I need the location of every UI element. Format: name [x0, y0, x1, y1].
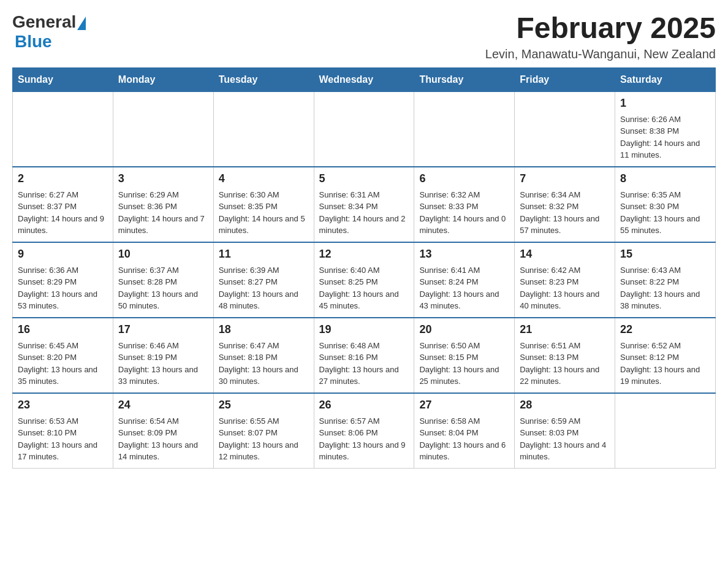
calendar-day-cell — [314, 91, 414, 167]
page-header: General Blue February 2025 Levin, Manawa… — [12, 12, 716, 61]
calendar-day-cell: 10Sunrise: 6:37 AM Sunset: 8:28 PM Dayli… — [113, 242, 213, 318]
calendar-day-cell: 28Sunrise: 6:59 AM Sunset: 8:03 PM Dayli… — [515, 393, 615, 469]
calendar-day-cell: 27Sunrise: 6:58 AM Sunset: 8:04 PM Dayli… — [414, 393, 515, 469]
day-number: 24 — [118, 399, 208, 412]
calendar-day-cell: 14Sunrise: 6:42 AM Sunset: 8:23 PM Dayli… — [515, 242, 615, 318]
day-info: Sunrise: 6:53 AM Sunset: 8:10 PM Dayligh… — [18, 415, 108, 463]
day-info: Sunrise: 6:51 AM Sunset: 8:13 PM Dayligh… — [520, 340, 610, 388]
calendar-day-cell: 21Sunrise: 6:51 AM Sunset: 8:13 PM Dayli… — [515, 318, 615, 393]
day-number: 9 — [18, 248, 108, 261]
calendar-day-cell: 20Sunrise: 6:50 AM Sunset: 8:15 PM Dayli… — [414, 318, 515, 393]
calendar-day-cell: 9Sunrise: 6:36 AM Sunset: 8:29 PM Daylig… — [13, 242, 113, 318]
calendar-day-cell: 1Sunrise: 6:26 AM Sunset: 8:38 PM Daylig… — [615, 91, 716, 167]
calendar-day-cell: 25Sunrise: 6:55 AM Sunset: 8:07 PM Dayli… — [213, 393, 314, 469]
day-number: 22 — [620, 323, 710, 336]
calendar-day-cell: 22Sunrise: 6:52 AM Sunset: 8:12 PM Dayli… — [615, 318, 716, 393]
day-info: Sunrise: 6:26 AM Sunset: 8:38 PM Dayligh… — [620, 113, 710, 161]
day-of-week-header: Saturday — [615, 67, 716, 91]
day-info: Sunrise: 6:59 AM Sunset: 8:03 PM Dayligh… — [520, 415, 610, 463]
day-number: 13 — [419, 248, 509, 261]
calendar-day-cell — [414, 91, 515, 167]
logo: General Blue — [12, 12, 86, 52]
day-number: 27 — [419, 399, 509, 412]
calendar-day-cell — [515, 91, 615, 167]
day-of-week-header: Thursday — [414, 67, 515, 91]
day-number: 18 — [219, 323, 309, 336]
day-info: Sunrise: 6:42 AM Sunset: 8:23 PM Dayligh… — [520, 264, 610, 312]
day-number: 6 — [419, 172, 509, 185]
logo-blue-text: Blue — [15, 32, 52, 52]
day-number: 20 — [419, 323, 509, 336]
day-info: Sunrise: 6:50 AM Sunset: 8:15 PM Dayligh… — [419, 340, 509, 388]
day-number: 5 — [319, 172, 409, 185]
day-info: Sunrise: 6:45 AM Sunset: 8:20 PM Dayligh… — [18, 340, 108, 388]
day-number: 1 — [620, 97, 710, 110]
day-number: 8 — [620, 172, 710, 185]
calendar-day-cell — [213, 91, 314, 167]
calendar-day-cell: 13Sunrise: 6:41 AM Sunset: 8:24 PM Dayli… — [414, 242, 515, 318]
calendar-day-cell — [13, 91, 113, 167]
day-info: Sunrise: 6:31 AM Sunset: 8:34 PM Dayligh… — [319, 189, 409, 237]
day-info: Sunrise: 6:47 AM Sunset: 8:18 PM Dayligh… — [219, 340, 309, 388]
calendar-day-cell: 11Sunrise: 6:39 AM Sunset: 8:27 PM Dayli… — [213, 242, 314, 318]
location-subtitle: Levin, Manawatu-Wanganui, New Zealand — [485, 47, 716, 61]
day-info: Sunrise: 6:46 AM Sunset: 8:19 PM Dayligh… — [118, 340, 208, 388]
day-info: Sunrise: 6:27 AM Sunset: 8:37 PM Dayligh… — [18, 189, 108, 237]
calendar-day-cell: 15Sunrise: 6:43 AM Sunset: 8:22 PM Dayli… — [615, 242, 716, 318]
day-info: Sunrise: 6:29 AM Sunset: 8:36 PM Dayligh… — [118, 189, 208, 237]
calendar-day-cell: 8Sunrise: 6:35 AM Sunset: 8:30 PM Daylig… — [615, 167, 716, 242]
title-section: February 2025 Levin, Manawatu-Wanganui, … — [485, 12, 716, 61]
logo-triangle-icon — [77, 17, 86, 30]
calendar-week-row: 23Sunrise: 6:53 AM Sunset: 8:10 PM Dayli… — [13, 393, 716, 469]
day-number: 16 — [18, 323, 108, 336]
calendar-day-cell: 3Sunrise: 6:29 AM Sunset: 8:36 PM Daylig… — [113, 167, 213, 242]
calendar-week-row: 1Sunrise: 6:26 AM Sunset: 8:38 PM Daylig… — [13, 91, 716, 167]
day-info: Sunrise: 6:35 AM Sunset: 8:30 PM Dayligh… — [620, 189, 710, 237]
day-number: 15 — [620, 248, 710, 261]
day-number: 19 — [319, 323, 409, 336]
calendar-day-cell: 16Sunrise: 6:45 AM Sunset: 8:20 PM Dayli… — [13, 318, 113, 393]
day-info: Sunrise: 6:41 AM Sunset: 8:24 PM Dayligh… — [419, 264, 509, 312]
calendar-day-cell: 2Sunrise: 6:27 AM Sunset: 8:37 PM Daylig… — [13, 167, 113, 242]
day-number: 21 — [520, 323, 610, 336]
day-number: 10 — [118, 248, 208, 261]
day-info: Sunrise: 6:48 AM Sunset: 8:16 PM Dayligh… — [319, 340, 409, 388]
day-info: Sunrise: 6:57 AM Sunset: 8:06 PM Dayligh… — [319, 415, 409, 463]
calendar-day-cell — [113, 91, 213, 167]
day-number: 2 — [18, 172, 108, 185]
day-of-week-header: Wednesday — [314, 67, 414, 91]
day-info: Sunrise: 6:55 AM Sunset: 8:07 PM Dayligh… — [219, 415, 309, 463]
calendar-day-cell: 23Sunrise: 6:53 AM Sunset: 8:10 PM Dayli… — [13, 393, 113, 469]
day-of-week-header: Sunday — [13, 67, 113, 91]
calendar-day-cell: 26Sunrise: 6:57 AM Sunset: 8:06 PM Dayli… — [314, 393, 414, 469]
calendar-header-row: SundayMondayTuesdayWednesdayThursdayFrid… — [13, 67, 716, 91]
calendar-table: SundayMondayTuesdayWednesdayThursdayFrid… — [12, 67, 716, 469]
calendar-day-cell: 19Sunrise: 6:48 AM Sunset: 8:16 PM Dayli… — [314, 318, 414, 393]
day-number: 17 — [118, 323, 208, 336]
day-info: Sunrise: 6:43 AM Sunset: 8:22 PM Dayligh… — [620, 264, 710, 312]
day-info: Sunrise: 6:36 AM Sunset: 8:29 PM Dayligh… — [18, 264, 108, 312]
day-info: Sunrise: 6:40 AM Sunset: 8:25 PM Dayligh… — [319, 264, 409, 312]
day-number: 11 — [219, 248, 309, 261]
day-number: 7 — [520, 172, 610, 185]
day-info: Sunrise: 6:37 AM Sunset: 8:28 PM Dayligh… — [118, 264, 208, 312]
calendar-day-cell: 24Sunrise: 6:54 AM Sunset: 8:09 PM Dayli… — [113, 393, 213, 469]
calendar-day-cell: 4Sunrise: 6:30 AM Sunset: 8:35 PM Daylig… — [213, 167, 314, 242]
day-number: 12 — [319, 248, 409, 261]
day-info: Sunrise: 6:54 AM Sunset: 8:09 PM Dayligh… — [118, 415, 208, 463]
day-number: 14 — [520, 248, 610, 261]
day-of-week-header: Tuesday — [213, 67, 314, 91]
calendar-day-cell: 12Sunrise: 6:40 AM Sunset: 8:25 PM Dayli… — [314, 242, 414, 318]
calendar-day-cell: 7Sunrise: 6:34 AM Sunset: 8:32 PM Daylig… — [515, 167, 615, 242]
day-number: 3 — [118, 172, 208, 185]
calendar-week-row: 2Sunrise: 6:27 AM Sunset: 8:37 PM Daylig… — [13, 167, 716, 242]
calendar-day-cell: 17Sunrise: 6:46 AM Sunset: 8:19 PM Dayli… — [113, 318, 213, 393]
day-number: 25 — [219, 399, 309, 412]
day-info: Sunrise: 6:52 AM Sunset: 8:12 PM Dayligh… — [620, 340, 710, 388]
day-info: Sunrise: 6:34 AM Sunset: 8:32 PM Dayligh… — [520, 189, 610, 237]
day-info: Sunrise: 6:30 AM Sunset: 8:35 PM Dayligh… — [219, 189, 309, 237]
calendar-day-cell: 6Sunrise: 6:32 AM Sunset: 8:33 PM Daylig… — [414, 167, 515, 242]
day-number: 26 — [319, 399, 409, 412]
day-info: Sunrise: 6:32 AM Sunset: 8:33 PM Dayligh… — [419, 189, 509, 237]
calendar-day-cell: 18Sunrise: 6:47 AM Sunset: 8:18 PM Dayli… — [213, 318, 314, 393]
